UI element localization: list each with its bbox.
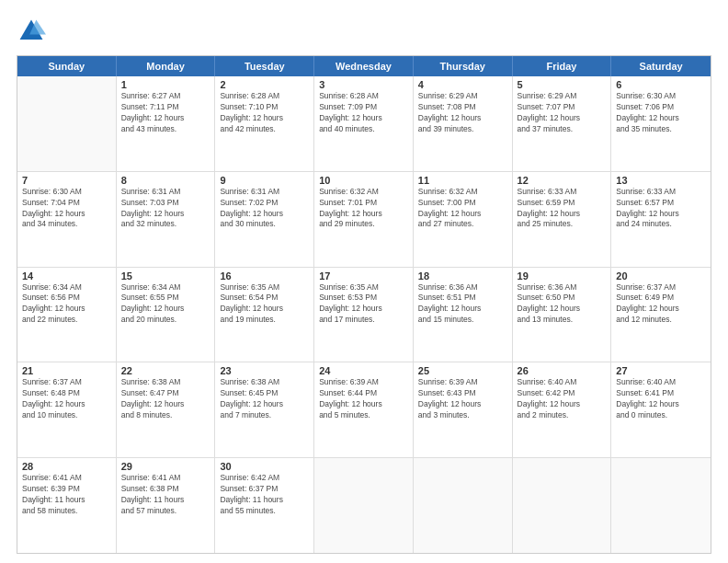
day-number: 18 bbox=[418, 270, 507, 282]
day-info: Sunrise: 6:37 AM Sunset: 6:48 PM Dayligh… bbox=[22, 377, 111, 421]
calendar-empty-cell bbox=[17, 76, 117, 171]
day-number: 21 bbox=[22, 365, 111, 376]
calendar-day-7: 7Sunrise: 6:30 AM Sunset: 7:04 PM Daylig… bbox=[17, 172, 117, 267]
day-number: 1 bbox=[121, 79, 210, 90]
calendar-day-22: 22Sunrise: 6:38 AM Sunset: 6:47 PM Dayli… bbox=[117, 362, 216, 457]
weekday-header-monday: Monday bbox=[117, 56, 216, 76]
calendar-day-8: 8Sunrise: 6:31 AM Sunset: 7:03 PM Daylig… bbox=[117, 172, 216, 267]
day-number: 20 bbox=[616, 270, 706, 282]
day-info: Sunrise: 6:42 AM Sunset: 6:37 PM Dayligh… bbox=[220, 473, 309, 517]
day-info: Sunrise: 6:39 AM Sunset: 6:43 PM Dayligh… bbox=[418, 377, 507, 421]
logo bbox=[17, 17, 50, 46]
day-number: 3 bbox=[319, 79, 408, 90]
weekday-header-friday: Friday bbox=[513, 56, 612, 76]
logo-icon bbox=[17, 17, 46, 46]
calendar-day-9: 9Sunrise: 6:31 AM Sunset: 7:02 PM Daylig… bbox=[215, 172, 314, 267]
calendar-day-24: 24Sunrise: 6:39 AM Sunset: 6:44 PM Dayli… bbox=[314, 362, 414, 457]
day-number: 10 bbox=[319, 175, 408, 186]
calendar-day-19: 19Sunrise: 6:36 AM Sunset: 6:50 PM Dayli… bbox=[513, 268, 612, 362]
calendar-day-11: 11Sunrise: 6:32 AM Sunset: 7:00 PM Dayli… bbox=[414, 172, 513, 267]
calendar-week-5: 28Sunrise: 6:41 AM Sunset: 6:39 PM Dayli… bbox=[17, 458, 711, 553]
day-number: 12 bbox=[518, 175, 607, 186]
calendar-week-3: 14Sunrise: 6:34 AM Sunset: 6:56 PM Dayli… bbox=[17, 268, 711, 363]
day-number: 27 bbox=[616, 365, 706, 376]
day-info: Sunrise: 6:27 AM Sunset: 7:11 PM Dayligh… bbox=[121, 91, 210, 135]
calendar-empty-cell bbox=[414, 458, 513, 553]
day-info: Sunrise: 6:32 AM Sunset: 7:01 PM Dayligh… bbox=[319, 187, 408, 231]
calendar-day-30: 30Sunrise: 6:42 AM Sunset: 6:37 PM Dayli… bbox=[215, 458, 314, 553]
day-info: Sunrise: 6:34 AM Sunset: 6:55 PM Dayligh… bbox=[121, 282, 210, 327]
day-number: 15 bbox=[121, 270, 210, 282]
day-info: Sunrise: 6:29 AM Sunset: 7:07 PM Dayligh… bbox=[518, 91, 607, 135]
weekday-header-tuesday: Tuesday bbox=[215, 56, 314, 76]
day-number: 23 bbox=[220, 365, 309, 376]
day-number: 6 bbox=[616, 79, 706, 90]
day-number: 11 bbox=[418, 175, 507, 186]
calendar-day-2: 2Sunrise: 6:28 AM Sunset: 7:10 PM Daylig… bbox=[215, 76, 314, 171]
calendar-day-21: 21Sunrise: 6:37 AM Sunset: 6:48 PM Dayli… bbox=[17, 362, 117, 457]
day-number: 25 bbox=[418, 365, 507, 376]
calendar-week-1: 1Sunrise: 6:27 AM Sunset: 7:11 PM Daylig… bbox=[17, 76, 711, 172]
day-info: Sunrise: 6:28 AM Sunset: 7:10 PM Dayligh… bbox=[220, 91, 309, 135]
day-info: Sunrise: 6:35 AM Sunset: 6:53 PM Dayligh… bbox=[319, 282, 408, 327]
calendar-day-1: 1Sunrise: 6:27 AM Sunset: 7:11 PM Daylig… bbox=[117, 76, 216, 171]
calendar-day-29: 29Sunrise: 6:41 AM Sunset: 6:38 PM Dayli… bbox=[117, 458, 216, 553]
calendar-week-4: 21Sunrise: 6:37 AM Sunset: 6:48 PM Dayli… bbox=[17, 362, 711, 458]
calendar-day-6: 6Sunrise: 6:30 AM Sunset: 7:06 PM Daylig… bbox=[611, 76, 711, 171]
day-info: Sunrise: 6:33 AM Sunset: 6:59 PM Dayligh… bbox=[518, 187, 607, 231]
day-info: Sunrise: 6:35 AM Sunset: 6:54 PM Dayligh… bbox=[220, 282, 309, 327]
day-info: Sunrise: 6:38 AM Sunset: 6:45 PM Dayligh… bbox=[220, 377, 309, 421]
day-number: 7 bbox=[22, 175, 111, 186]
day-info: Sunrise: 6:38 AM Sunset: 6:47 PM Dayligh… bbox=[121, 377, 210, 421]
day-info: Sunrise: 6:40 AM Sunset: 6:42 PM Dayligh… bbox=[518, 377, 607, 421]
calendar-day-27: 27Sunrise: 6:40 AM Sunset: 6:41 PM Dayli… bbox=[611, 362, 711, 457]
calendar-day-13: 13Sunrise: 6:33 AM Sunset: 6:57 PM Dayli… bbox=[611, 172, 711, 267]
day-number: 19 bbox=[518, 270, 607, 282]
weekday-header-sunday: Sunday bbox=[17, 56, 117, 76]
day-info: Sunrise: 6:31 AM Sunset: 7:02 PM Dayligh… bbox=[220, 187, 309, 231]
day-number: 22 bbox=[121, 365, 210, 376]
day-info: Sunrise: 6:29 AM Sunset: 7:08 PM Dayligh… bbox=[418, 91, 507, 135]
day-info: Sunrise: 6:40 AM Sunset: 6:41 PM Dayligh… bbox=[616, 377, 706, 421]
day-info: Sunrise: 6:32 AM Sunset: 7:00 PM Dayligh… bbox=[418, 187, 507, 231]
day-number: 14 bbox=[22, 270, 111, 282]
calendar-day-4: 4Sunrise: 6:29 AM Sunset: 7:08 PM Daylig… bbox=[414, 76, 513, 171]
calendar-day-17: 17Sunrise: 6:35 AM Sunset: 6:53 PM Dayli… bbox=[314, 268, 414, 362]
day-number: 30 bbox=[220, 461, 309, 472]
calendar-day-25: 25Sunrise: 6:39 AM Sunset: 6:43 PM Dayli… bbox=[414, 362, 513, 457]
day-number: 16 bbox=[220, 270, 309, 282]
day-number: 9 bbox=[220, 175, 309, 186]
day-number: 24 bbox=[319, 365, 408, 376]
calendar-empty-cell bbox=[611, 458, 711, 553]
calendar-week-2: 7Sunrise: 6:30 AM Sunset: 7:04 PM Daylig… bbox=[17, 172, 711, 268]
day-number: 29 bbox=[121, 461, 210, 472]
weekday-header-wednesday: Wednesday bbox=[314, 56, 414, 76]
calendar-empty-cell bbox=[513, 458, 612, 553]
day-number: 13 bbox=[616, 175, 706, 186]
calendar-header: SundayMondayTuesdayWednesdayThursdayFrid… bbox=[17, 56, 711, 76]
calendar-day-16: 16Sunrise: 6:35 AM Sunset: 6:54 PM Dayli… bbox=[215, 268, 314, 362]
calendar-day-18: 18Sunrise: 6:36 AM Sunset: 6:51 PM Dayli… bbox=[414, 268, 513, 362]
day-number: 2 bbox=[220, 79, 309, 90]
day-info: Sunrise: 6:36 AM Sunset: 6:51 PM Dayligh… bbox=[418, 282, 507, 327]
calendar-body: 1Sunrise: 6:27 AM Sunset: 7:11 PM Daylig… bbox=[17, 76, 711, 553]
calendar-day-12: 12Sunrise: 6:33 AM Sunset: 6:59 PM Dayli… bbox=[513, 172, 612, 267]
day-info: Sunrise: 6:30 AM Sunset: 7:04 PM Dayligh… bbox=[22, 187, 111, 231]
weekday-header-thursday: Thursday bbox=[414, 56, 513, 76]
calendar-day-3: 3Sunrise: 6:28 AM Sunset: 7:09 PM Daylig… bbox=[314, 76, 414, 171]
calendar-day-20: 20Sunrise: 6:37 AM Sunset: 6:49 PM Dayli… bbox=[611, 268, 711, 362]
day-info: Sunrise: 6:30 AM Sunset: 7:06 PM Dayligh… bbox=[616, 91, 706, 135]
day-info: Sunrise: 6:41 AM Sunset: 6:39 PM Dayligh… bbox=[22, 473, 111, 517]
calendar-day-10: 10Sunrise: 6:32 AM Sunset: 7:01 PM Dayli… bbox=[314, 172, 414, 267]
day-number: 17 bbox=[319, 270, 408, 282]
weekday-header-saturday: Saturday bbox=[611, 56, 711, 76]
day-info: Sunrise: 6:41 AM Sunset: 6:38 PM Dayligh… bbox=[121, 473, 210, 517]
calendar-day-26: 26Sunrise: 6:40 AM Sunset: 6:42 PM Dayli… bbox=[513, 362, 612, 457]
calendar-day-5: 5Sunrise: 6:29 AM Sunset: 7:07 PM Daylig… bbox=[513, 76, 612, 171]
day-number: 8 bbox=[121, 175, 210, 186]
calendar-day-14: 14Sunrise: 6:34 AM Sunset: 6:56 PM Dayli… bbox=[17, 268, 117, 362]
day-info: Sunrise: 6:28 AM Sunset: 7:09 PM Dayligh… bbox=[319, 91, 408, 135]
day-number: 4 bbox=[418, 79, 507, 90]
calendar-empty-cell bbox=[314, 458, 414, 553]
day-number: 28 bbox=[22, 461, 111, 472]
